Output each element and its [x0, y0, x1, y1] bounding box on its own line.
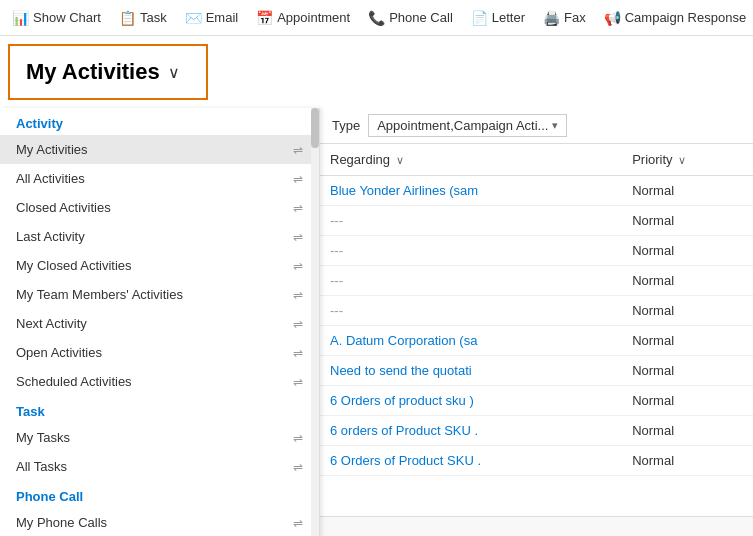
pin-icon: ⇌	[293, 516, 303, 530]
table-header-row: Regarding ∨ Priority ∨	[320, 144, 753, 176]
cell-regarding: ---	[320, 296, 622, 326]
task-section-label: Task	[0, 396, 319, 423]
type-filter-label: Type	[332, 118, 360, 133]
chevron-down-icon: ▾	[552, 119, 558, 132]
pin-icon: ⇌	[293, 375, 303, 389]
phone-icon: 📞	[368, 10, 385, 26]
table-row: ---Normal	[320, 266, 753, 296]
dropdown-item-next-activity[interactable]: Next Activity ⇌	[0, 309, 319, 338]
dropdown-item-my-tasks[interactable]: My Tasks ⇌	[0, 423, 319, 452]
dropdown-panel: Activity My Activities ⇌ All Activities …	[0, 108, 320, 536]
cell-regarding: ---	[320, 266, 622, 296]
nav-appointment[interactable]: 📅 Appointment	[248, 6, 358, 30]
col-regarding[interactable]: Regarding ∨	[320, 144, 622, 176]
cell-priority: Normal	[622, 296, 753, 326]
cell-regarding[interactable]: 6 Orders of Product SKU .	[320, 446, 622, 476]
col-priority[interactable]: Priority ∨	[622, 144, 753, 176]
dropdown-item-scheduled-activities[interactable]: Scheduled Activities ⇌	[0, 367, 319, 396]
letter-icon: 📄	[471, 10, 488, 26]
dropdown-item-my-activities[interactable]: My Activities ⇌	[0, 135, 319, 164]
pin-icon: ⇌	[293, 201, 303, 215]
cell-priority: Normal	[622, 266, 753, 296]
table-row: Need to send the quotatiNormal	[320, 356, 753, 386]
cell-regarding[interactable]: 6 orders of Product SKU .	[320, 416, 622, 446]
top-navigation: 📊 Show Chart 📋 Task ✉️ Email 📅 Appointme…	[0, 0, 753, 36]
activity-section-label: Activity	[0, 108, 319, 135]
type-filter-dropdown[interactable]: Appointment,Campaign Acti... ▾	[368, 114, 567, 137]
pin-icon: ⇌	[293, 346, 303, 360]
table-row: ---Normal	[320, 206, 753, 236]
email-icon: ✉️	[185, 10, 202, 26]
appointment-icon: 📅	[256, 10, 273, 26]
scroll-thumb[interactable]	[311, 108, 319, 148]
cell-priority: Normal	[622, 206, 753, 236]
pin-icon: ⇌	[293, 230, 303, 244]
dropdown-item-all-tasks[interactable]: All Tasks ⇌	[0, 452, 319, 481]
phone-call-section-label: Phone Call	[0, 481, 319, 508]
pin-icon: ⇌	[293, 288, 303, 302]
main-area: Activity My Activities ⇌ All Activities …	[0, 108, 753, 536]
table-row: A. Datum Corporation (saNormal	[320, 326, 753, 356]
pin-icon: ⇌	[293, 259, 303, 273]
cell-regarding: ---	[320, 206, 622, 236]
cell-regarding[interactable]: Need to send the quotati	[320, 356, 622, 386]
cell-priority: Normal	[622, 416, 753, 446]
filter-bar: Type Appointment,Campaign Acti... ▾	[320, 108, 753, 144]
pin-icon: ⇌	[293, 431, 303, 445]
scroll-track[interactable]	[311, 108, 319, 536]
nav-phone-call[interactable]: 📞 Phone Call	[360, 6, 461, 30]
table-row: ---Normal	[320, 296, 753, 326]
cell-priority: Normal	[622, 386, 753, 416]
nav-letter[interactable]: 📄 Letter	[463, 6, 533, 30]
my-activities-header[interactable]: My Activities ∨	[8, 44, 208, 100]
cell-regarding[interactable]: 6 Orders of product sku )	[320, 386, 622, 416]
activities-table: Regarding ∨ Priority ∨ Blue Yonder Airli…	[320, 144, 753, 476]
dropdown-item-my-phone-calls[interactable]: My Phone Calls ⇌	[0, 508, 319, 536]
chart-icon: 📊	[12, 10, 29, 26]
nav-show-chart[interactable]: 📊 Show Chart	[4, 6, 109, 30]
cell-priority: Normal	[622, 446, 753, 476]
nav-email[interactable]: ✉️ Email	[177, 6, 247, 30]
cell-priority: Normal	[622, 176, 753, 206]
nav-fax[interactable]: 🖨️ Fax	[535, 6, 594, 30]
pin-icon: ⇌	[293, 143, 303, 157]
campaign-icon: 📢	[604, 10, 621, 26]
fax-icon: 🖨️	[543, 10, 560, 26]
cell-priority: Normal	[622, 326, 753, 356]
nav-campaign-response[interactable]: 📢 Campaign Response	[596, 6, 753, 30]
cell-regarding: ---	[320, 236, 622, 266]
dropdown-item-open-activities[interactable]: Open Activities ⇌	[0, 338, 319, 367]
type-filter-value: Appointment,Campaign Acti...	[377, 118, 548, 133]
table-row: 6 Orders of Product SKU .Normal	[320, 446, 753, 476]
pin-icon: ⇌	[293, 172, 303, 186]
sort-icon: ∨	[396, 154, 404, 166]
right-content: Type Appointment,Campaign Acti... ▾ Rega…	[320, 108, 753, 536]
nav-task[interactable]: 📋 Task	[111, 6, 175, 30]
cell-regarding[interactable]: A. Datum Corporation (sa	[320, 326, 622, 356]
cell-priority: Normal	[622, 356, 753, 386]
dropdown-item-my-closed-activities[interactable]: My Closed Activities ⇌	[0, 251, 319, 280]
cell-regarding[interactable]: Blue Yonder Airlines (sam	[320, 176, 622, 206]
task-icon: 📋	[119, 10, 136, 26]
table-row: Blue Yonder Airlines (samNormal	[320, 176, 753, 206]
dropdown-item-my-team-activities[interactable]: My Team Members' Activities ⇌	[0, 280, 319, 309]
dropdown-item-last-activity[interactable]: Last Activity ⇌	[0, 222, 319, 251]
page-title: My Activities	[26, 59, 160, 85]
chevron-down-icon[interactable]: ∨	[168, 63, 180, 82]
cell-priority: Normal	[622, 236, 753, 266]
table-row: ---Normal	[320, 236, 753, 266]
sort-icon: ∨	[678, 154, 686, 166]
pin-icon: ⇌	[293, 460, 303, 474]
activities-table-container: Regarding ∨ Priority ∨ Blue Yonder Airli…	[320, 144, 753, 536]
pin-icon: ⇌	[293, 317, 303, 331]
dropdown-item-all-activities[interactable]: All Activities ⇌	[0, 164, 319, 193]
table-row: 6 Orders of product sku )Normal	[320, 386, 753, 416]
table-row: 6 orders of Product SKU .Normal	[320, 416, 753, 446]
dropdown-item-closed-activities[interactable]: Closed Activities ⇌	[0, 193, 319, 222]
